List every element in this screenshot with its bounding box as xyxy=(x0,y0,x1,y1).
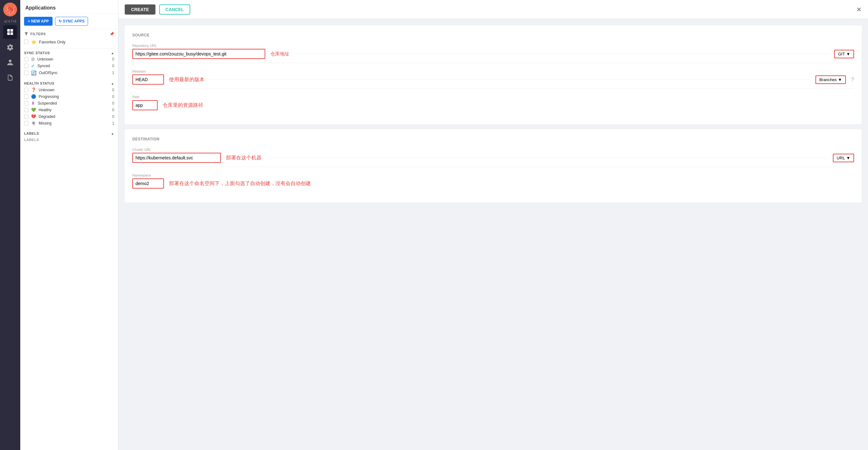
outofsync-status-icon: 🔄 xyxy=(31,71,36,76)
version-label: v2.4.7+8 xyxy=(3,19,17,24)
filter-header: FILTERS 📌 xyxy=(24,32,114,36)
health-unknown-count: 0 xyxy=(112,88,114,92)
sync-status-section: SYNC STATUS ▲ Unknown 0 ✔ Synced 0 🔄 Out xyxy=(20,49,118,76)
svg-rect-1 xyxy=(10,29,13,32)
health-progressing-checkbox[interactable] xyxy=(24,94,29,99)
sidebar-item-user[interactable] xyxy=(3,55,17,69)
missing-icon: 👻 xyxy=(31,121,36,125)
sync-outofsync-checkbox[interactable] xyxy=(24,71,29,75)
revision-group: Revision 使用最新的版本 Branches ▼ ? xyxy=(132,69,854,89)
path-input[interactable] xyxy=(132,100,158,110)
close-button[interactable]: ✕ xyxy=(856,6,862,13)
favorites-label: Favorites Only xyxy=(39,39,65,45)
svg-rect-2 xyxy=(7,32,10,35)
destination-section: DESTINATION Cluster URL 部署在这个机器 URL ▼ Na… xyxy=(125,129,862,202)
health-suspended-count: 0 xyxy=(112,101,114,106)
path-group: Path 仓库里的资源路径 xyxy=(132,95,854,110)
health-status-section: HEALTH STATUS ▲ ❓ Unknown 0 🔵 Progressin… xyxy=(20,79,118,126)
health-degraded-label: Degraded xyxy=(39,114,55,119)
revision-annotation: 使用最新的版本 xyxy=(169,76,205,83)
left-panel: Applications + NEW APP ↻ SYNC APPS FILTE… xyxy=(20,0,118,450)
branches-dropdown-arrow: ▼ xyxy=(838,77,842,82)
health-chevron-icon[interactable]: ▲ xyxy=(111,82,114,85)
url-dropdown-button[interactable]: URL ▼ xyxy=(833,154,854,162)
git-dropdown-button[interactable]: GIT ▼ xyxy=(834,50,854,58)
cluster-url-label: Cluster URL xyxy=(132,148,854,151)
health-healthy-count: 0 xyxy=(112,108,114,112)
sidebar-item-gear[interactable] xyxy=(3,40,17,54)
cluster-url-annotation: 部署在这个机器 xyxy=(226,154,261,161)
sync-status-label: SYNC STATUS xyxy=(24,51,50,55)
sync-unknown-count: 0 xyxy=(112,57,114,61)
health-missing-label: Missing xyxy=(39,121,52,125)
path-annotation: 仓库里的资源路径 xyxy=(163,102,203,109)
create-button[interactable]: CREATE xyxy=(125,4,155,15)
sync-synced-checkbox[interactable] xyxy=(24,64,29,68)
health-unknown-label: Unknown xyxy=(39,88,55,92)
revision-divider xyxy=(132,88,854,89)
filters-label: FILTERS xyxy=(30,32,46,36)
toolbar: + NEW APP ↻ SYNC APPS xyxy=(20,13,118,29)
source-title: SOURCE xyxy=(132,33,854,37)
repo-url-annotation: 仓库地址 xyxy=(270,51,289,57)
progressing-icon: 🔵 xyxy=(31,94,36,99)
health-suspended-checkbox[interactable] xyxy=(24,101,29,106)
repo-url-divider xyxy=(132,63,854,63)
svg-rect-0 xyxy=(7,29,10,32)
suspended-icon: ⏸ xyxy=(31,101,35,106)
labels-sublabel: LABELS xyxy=(20,137,118,143)
health-missing-row: 👻 Missing 1 xyxy=(20,120,118,126)
revision-help-icon[interactable]: ? xyxy=(851,76,854,83)
health-missing-count: 1 xyxy=(112,121,114,125)
git-dropdown-arrow: ▼ xyxy=(846,52,850,56)
namespace-input[interactable] xyxy=(132,178,164,189)
health-missing-checkbox[interactable] xyxy=(24,121,29,125)
labels-section: LABELS ▲ LABELS xyxy=(20,129,118,143)
health-unknown-row: ❓ Unknown 0 xyxy=(20,86,118,93)
repo-url-label: Repository URL xyxy=(132,44,854,48)
labels-label: LABELS xyxy=(24,132,39,135)
favorites-checkbox[interactable] xyxy=(24,39,29,44)
sidebar-item-apps[interactable] xyxy=(3,25,17,39)
healthy-icon: 💚 xyxy=(31,107,36,112)
new-app-button[interactable]: + NEW APP xyxy=(24,17,53,26)
destination-title: DESTINATION xyxy=(132,137,854,141)
health-degraded-row: 💔 Degraded 0 xyxy=(20,113,118,120)
favorites-row: ⭐ Favorites Only xyxy=(24,38,114,46)
repo-url-input[interactable] xyxy=(132,49,265,59)
revision-label: Revision xyxy=(132,69,854,73)
health-suspended-row: ⏸ Suspended 0 xyxy=(20,100,118,107)
health-degraded-count: 0 xyxy=(112,114,114,119)
sync-chevron-icon[interactable]: ▲ xyxy=(111,51,114,55)
health-unknown-checkbox[interactable] xyxy=(24,88,29,92)
health-healthy-checkbox[interactable] xyxy=(24,108,29,112)
sidebar: 🐙 v2.4.7+8 xyxy=(0,0,20,450)
sync-unknown-checkbox[interactable] xyxy=(24,57,29,61)
health-healthy-row: 💚 Healthy 0 xyxy=(20,107,118,113)
cluster-url-group: Cluster URL 部署在这个机器 URL ▼ xyxy=(132,148,854,167)
sync-synced-count: 0 xyxy=(112,64,114,68)
sync-synced-row: ✔ Synced 0 xyxy=(20,62,118,69)
namespace-group: Namespace 部署在这个命名空间下，上面勾选了自动创建，没有会自动创建 xyxy=(132,173,854,189)
path-label: Path xyxy=(132,95,854,99)
modal-header: CREATE CANCEL ✕ xyxy=(118,0,868,19)
labels-chevron-icon[interactable]: ▲ xyxy=(111,132,114,135)
namespace-annotation: 部署在这个命名空间下，上面勾选了自动创建，没有会自动创建 xyxy=(169,180,311,187)
revision-input[interactable] xyxy=(132,75,164,85)
cancel-button[interactable]: CANCEL xyxy=(159,4,190,15)
health-degraded-checkbox[interactable] xyxy=(24,114,29,119)
main-content: CREATE CANCEL ✕ SOURCE Repository URL 仓库… xyxy=(118,0,868,450)
svg-rect-3 xyxy=(10,32,13,35)
sync-unknown-row: Unknown 0 xyxy=(20,56,118,62)
synced-status-icon: ✔ xyxy=(31,63,35,68)
url-dropdown-arrow: ▼ xyxy=(846,156,850,160)
sync-apps-button[interactable]: ↻ SYNC APPS xyxy=(55,17,88,26)
health-progressing-label: Progressing xyxy=(39,94,59,99)
sidebar-item-docs[interactable] xyxy=(3,71,17,85)
avatar[interactable]: 🐙 xyxy=(3,3,17,17)
source-section: SOURCE Repository URL 仓库地址 GIT ▼ Revisio… xyxy=(125,25,862,124)
health-status-label: HEALTH STATUS xyxy=(24,81,55,85)
namespace-label: Namespace xyxy=(132,173,854,177)
cluster-url-input[interactable] xyxy=(132,153,221,163)
branches-dropdown-button[interactable]: Branches ▼ xyxy=(815,76,846,84)
